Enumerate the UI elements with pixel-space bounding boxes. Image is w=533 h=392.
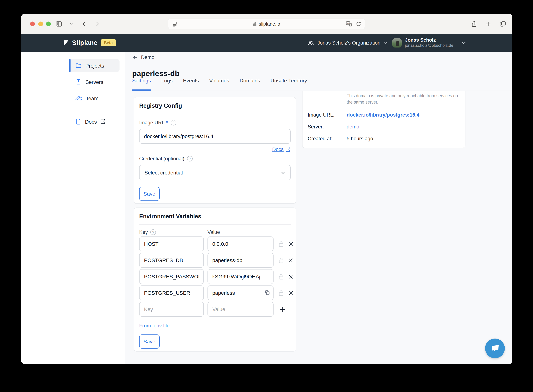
from-env-file-link[interactable]: From .env file xyxy=(139,323,170,328)
main-content: Demo paperless-db Settings Logs Events V… xyxy=(125,51,512,364)
external-link-icon[interactable] xyxy=(285,147,291,152)
help-icon[interactable]: ? xyxy=(187,156,192,162)
detail-row: Server: demo xyxy=(308,124,460,129)
brand[interactable]: Sliplane Beta xyxy=(63,39,116,47)
image-url-input[interactable] xyxy=(139,129,291,144)
divider xyxy=(139,224,291,224)
tab-overview-icon[interactable] xyxy=(499,14,506,34)
env-save-button[interactable]: Save xyxy=(139,335,160,349)
tab-unsafe-territory[interactable]: Unsafe Territory xyxy=(270,78,307,91)
sidebar-item-label: Servers xyxy=(85,79,103,85)
svg-text:A: A xyxy=(347,22,349,24)
card-title: Environment Variables xyxy=(139,213,291,220)
tab-settings[interactable]: Settings xyxy=(132,78,151,91)
sidebar-item-label: Team xyxy=(86,95,98,101)
server-link[interactable]: demo xyxy=(347,124,359,129)
env-var-row xyxy=(139,237,291,251)
sidebar-divider xyxy=(69,110,120,110)
back-button[interactable] xyxy=(81,14,87,34)
registry-save-button[interactable]: Save xyxy=(139,187,160,201)
sidebar-item-docs[interactable]: Docs xyxy=(69,115,120,128)
add-row-icon[interactable] xyxy=(279,306,286,313)
env-value-input[interactable] xyxy=(208,285,273,300)
tab-logs[interactable]: Logs xyxy=(161,78,173,91)
team-icon xyxy=(75,95,82,101)
screenshot-stage: sliplane.io A✱ xyxy=(0,0,533,392)
remove-row-icon[interactable] xyxy=(288,257,294,263)
required-asterisk: * xyxy=(166,120,168,126)
external-link-icon xyxy=(100,119,106,124)
credential-select[interactable]: Select credential xyxy=(139,165,291,180)
tls-lock-icon xyxy=(253,21,257,26)
lock-icon[interactable] xyxy=(278,241,284,247)
reload-icon[interactable] xyxy=(356,21,361,27)
new-tab-icon[interactable] xyxy=(485,14,491,34)
tab-bar: Settings Logs Events Volumes Domains Uns… xyxy=(132,78,512,91)
user-menu[interactable]: Jonas Scholz jonas.scholz@bbscholz.de xyxy=(392,37,453,48)
organization-name: Jonas Scholz's Organization xyxy=(317,40,380,46)
back-link[interactable]: Demo xyxy=(133,55,154,60)
env-key-input[interactable] xyxy=(139,285,204,300)
env-key-input[interactable] xyxy=(139,269,204,284)
detail-label: Image URL: xyxy=(308,112,347,117)
sidebar-item-servers[interactable]: Servers xyxy=(69,75,120,88)
toolbar-chevron-down-icon[interactable] xyxy=(70,14,73,34)
remove-row-icon[interactable] xyxy=(288,290,294,296)
lock-icon[interactable] xyxy=(278,273,284,280)
value-header: Value xyxy=(208,229,220,235)
registry-config-card: Registry Config Image URL * ? Docs xyxy=(134,97,296,204)
close-window-button[interactable] xyxy=(30,22,35,26)
maximize-window-button[interactable] xyxy=(46,22,51,26)
env-key-input[interactable] xyxy=(139,237,204,251)
docs-link[interactable]: Docs xyxy=(272,147,283,152)
reader-view-icon[interactable] xyxy=(172,21,177,27)
help-icon[interactable]: ? xyxy=(171,120,176,126)
detail-row: Image URL: docker.io/library/postgres:16… xyxy=(308,112,460,117)
tab-domains[interactable]: Domains xyxy=(240,78,260,91)
tab-volumes[interactable]: Volumes xyxy=(209,78,229,91)
card-title: Registry Config xyxy=(139,103,291,109)
beta-badge: Beta xyxy=(100,39,116,46)
lock-icon[interactable] xyxy=(278,290,284,296)
forward-button[interactable] xyxy=(95,14,100,34)
sidebar-item-label: Docs xyxy=(85,119,97,125)
env-value-input[interactable] xyxy=(208,253,273,268)
translate-icon[interactable]: A✱ xyxy=(346,21,352,27)
address-bar[interactable]: sliplane.io A✱ xyxy=(168,18,365,29)
help-icon[interactable]: ? xyxy=(151,229,156,235)
env-key-input[interactable] xyxy=(139,253,204,268)
server-icon xyxy=(75,79,82,85)
sidebar: Projects Servers Team xyxy=(21,51,125,364)
organization-switcher[interactable]: Jonas Scholz's Organization xyxy=(308,40,388,46)
copy-icon[interactable] xyxy=(264,289,270,295)
back-arrow-icon xyxy=(133,55,138,60)
image-url-link[interactable]: docker.io/library/postgres:16.4 xyxy=(347,112,419,117)
sidebar-toggle-icon[interactable] xyxy=(55,14,62,34)
user-menu-chevron-down-icon[interactable] xyxy=(461,40,466,45)
remove-row-icon[interactable] xyxy=(288,241,294,247)
lock-icon[interactable] xyxy=(278,257,284,263)
chat-widget-button[interactable] xyxy=(485,339,505,358)
tab-events[interactable]: Events xyxy=(183,78,199,91)
env-var-row xyxy=(139,269,291,284)
user-name: Jonas Scholz xyxy=(405,37,453,43)
detail-row: Created at: 5 hours ago xyxy=(308,136,460,141)
service-details-card: This domain is private and only reachabl… xyxy=(302,91,465,148)
env-var-new-row xyxy=(139,302,291,317)
sidebar-item-team[interactable]: Team xyxy=(69,92,120,105)
new-env-value-input[interactable] xyxy=(208,302,273,317)
sidebar-item-projects[interactable]: Projects xyxy=(69,59,120,72)
credential-label: Credential (optional) xyxy=(139,156,184,162)
share-icon[interactable] xyxy=(471,14,477,34)
new-env-key-input[interactable] xyxy=(139,302,204,317)
environment-variables-card: Environment Variables Key ? Value xyxy=(134,207,296,351)
sidebar-item-label: Projects xyxy=(85,63,104,69)
env-value-input[interactable] xyxy=(208,237,273,251)
browser-toolbar: sliplane.io A✱ xyxy=(21,14,512,34)
remove-row-icon[interactable] xyxy=(288,274,294,279)
sliplane-logo-icon xyxy=(63,40,69,46)
env-value-input[interactable] xyxy=(208,269,273,284)
document-icon xyxy=(75,118,81,125)
page-title: paperless-db xyxy=(132,69,180,78)
minimize-window-button[interactable] xyxy=(38,22,43,26)
